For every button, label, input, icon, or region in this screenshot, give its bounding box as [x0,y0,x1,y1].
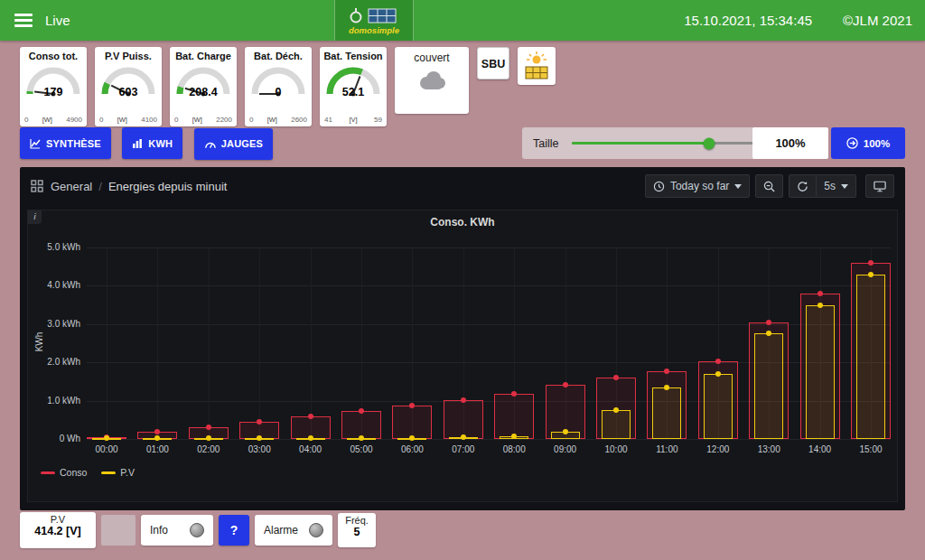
info-label: Info [150,524,168,537]
alarm-indicator-card: Alarme [255,515,332,546]
bar-dot [206,425,211,430]
x-tick-label: 14:00 [802,444,838,454]
y-tick-label: 1.0 kWh [28,396,80,406]
grid-line-h [87,285,891,286]
grid-line-h [87,247,891,248]
chart-bar-pv [602,410,631,439]
gauge-max: 4100 [141,116,157,124]
synthese-label: SYNTHÈSE [46,138,101,149]
refresh-icon [797,181,808,192]
chart-plot: 0 Wh1.0 kWh2.0 kWh3.0 kWh4.0 kWh5.0 kWh0… [28,210,897,501]
kwh-button[interactable]: KWH [122,127,182,159]
sbu-mode-tile[interactable]: SBU [477,47,509,79]
x-tick-label: 15:00 [853,444,889,454]
chart-panel: i Conso. KWh KWh 0 Wh1.0 kWh2.0 kWh3.0 k… [27,210,898,502]
bar-dot [409,435,415,441]
x-tick-label: 00:00 [89,444,125,454]
weather-label: couvert [395,51,469,64]
x-tick-label: 02:00 [191,444,227,454]
solar-tile[interactable] [518,47,556,85]
bar-dot [257,435,262,441]
chevron-down-icon [734,184,742,189]
x-tick-label: 08:00 [496,444,532,454]
chart-bar-conso [392,406,432,439]
line-chart-icon [30,138,41,149]
jauges-label: JAUGES [221,138,263,149]
zoom-out-button[interactable] [755,174,783,198]
view-toolbar: SYNTHÈSE KWH JAUGES Taille 100% [20,127,905,159]
bar-dot [154,435,160,441]
live-label: Live [45,13,70,28]
frequency-value: 5 [338,526,376,538]
zoom-reset-button[interactable]: 100% [831,127,905,159]
grid-line-v [107,247,107,439]
gauge-min: 0 [249,116,253,124]
dashboard-panel: General / Energies depuis minuit Today s… [20,167,905,510]
gauge-unit: [W] [192,116,202,124]
logo[interactable]: domosimple [334,0,414,41]
alarm-label: Alarme [264,524,298,537]
gauge-max: 4900 [66,116,82,124]
x-tick-label: 11:00 [649,444,685,454]
pv-voltage-title: P.V [20,514,96,525]
menu-icon[interactable] [14,11,33,31]
breadcrumb-section[interactable]: General [51,180,92,193]
refresh-interval-button[interactable]: 5s [817,174,856,198]
panel-info-icon[interactable]: i [28,210,42,224]
logo-graphic-icon [349,6,399,26]
gauge-battery-discharge: Bat. Déch. 0 0 [W] 2600 [245,47,312,126]
bar-dot [359,435,364,441]
taille-slider-handle[interactable] [703,137,715,149]
gauge-value: 603 [95,86,162,98]
refresh-button[interactable] [789,174,817,198]
legend-color-icon [101,471,116,474]
x-tick-label: 05:00 [343,444,379,454]
x-tick-label: 10:00 [598,444,634,454]
gauge-title: Bat. Tension [320,51,387,61]
grid-line-v [311,247,312,439]
legend-label: P.V [120,467,135,478]
chevron-down-icon [841,184,848,189]
monitor-icon [874,181,886,192]
y-tick-label: 0 Wh [28,434,80,443]
dashboard-header: General / Energies depuis minuit Today s… [20,167,905,205]
grid-line-v [209,247,210,439]
weather-card: couvert [395,47,469,114]
info-indicator-card: Info [141,515,213,546]
zoom-value-display: 100% [752,127,828,159]
taille-slider[interactable] [572,142,758,145]
dashboard-controls: Today so far 5s [645,174,894,198]
x-tick-label: 12:00 [700,444,736,454]
pv-voltage-card: P.V 414.2 [V] [20,512,96,548]
refresh-interval-label: 5s [824,180,836,192]
time-range-button[interactable]: Today so far [645,174,750,198]
jauges-button[interactable]: JAUGES [194,128,273,160]
legend-item-conso[interactable]: Conso [41,467,87,478]
chart-bar-pv [806,305,835,439]
app-screen: Live domosimple 15.10.2021, 15:34:45 ©JL… [0,0,925,560]
gauge-battery-charge: Bat. Charge 208.4 0 [W] 2200 [170,47,237,126]
gauge-value: 208.4 [170,86,237,98]
gauge-min: 0 [99,116,103,124]
x-tick-label: 01:00 [139,444,175,454]
gauge-min: 0 [24,116,28,124]
gauge-title: Bat. Charge [170,51,237,61]
gauge-max: 2200 [216,116,232,124]
kiosk-mode-button[interactable] [865,174,894,198]
gauge-title: Conso tot. [20,51,87,61]
bar-dot [715,371,721,377]
chart-bar-pv [856,275,885,439]
bar-dot [613,375,619,380]
chart-bar-pv [754,333,783,439]
synthese-button[interactable]: SYNTHÈSE [20,127,111,159]
bar-dot [206,435,211,441]
bar-dot [461,397,466,403]
bar-dot [563,382,568,387]
grid-line-v [157,247,158,439]
legend-item-pv[interactable]: P.V [101,467,135,478]
help-button[interactable]: ? [219,515,249,546]
grid-line-v [259,247,260,439]
blank-tile[interactable] [101,515,135,546]
alarm-led-icon [309,523,323,537]
bar-dot [563,429,568,434]
